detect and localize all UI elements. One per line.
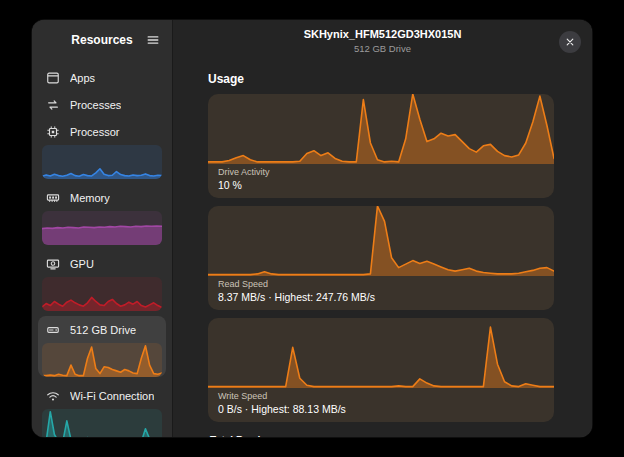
drive-activity-chart <box>208 94 554 164</box>
gpu-usage-sparkline <box>42 277 162 311</box>
drive-activity-card: Drive Activity 10 % <box>208 94 554 198</box>
clipped-next-section: Total Read <box>208 430 554 437</box>
drive-icon <box>45 322 61 338</box>
close-button[interactable] <box>559 31 581 53</box>
gpu-icon <box>45 256 61 272</box>
usage-section-title: Usage <box>208 72 554 86</box>
main-panel: SKHynix_HFM512GD3HX015N 512 GB Drive Usa… <box>173 20 592 437</box>
sidebar-item-memory[interactable]: Memory <box>38 184 166 245</box>
sidebar-item-gpu[interactable]: GPU <box>38 250 166 311</box>
drive-usage-sparkline <box>42 343 162 377</box>
hamburger-menu-icon <box>145 32 161 48</box>
main-menu-button[interactable] <box>141 28 165 52</box>
read-speed-card: Read Speed 8.37 MB/s · Highest: 247.76 M… <box>208 206 554 310</box>
sidebar-nav: Apps Processes Processor <box>32 60 172 437</box>
sidebar: Resources Apps <box>32 20 173 437</box>
sidebar-item-wifi[interactable]: Wi-Fi Connection <box>38 382 166 437</box>
memory-usage-sparkline <box>42 211 162 245</box>
metric-value: 0 B/s · Highest: 88.13 MB/s <box>218 403 544 415</box>
wifi-usage-sparkline <box>42 409 162 437</box>
resources-window: Resources Apps <box>32 20 592 437</box>
sidebar-item-label: Memory <box>70 192 110 204</box>
sidebar-header: Resources <box>32 20 172 60</box>
write-speed-chart <box>208 318 554 388</box>
processor-icon <box>45 124 61 140</box>
metric-value: 8.37 MB/s · Highest: 247.76 MB/s <box>218 291 544 303</box>
drive-activity-meta: Drive Activity 10 % <box>208 164 554 198</box>
clipped-next-label: Total Read <box>210 435 260 437</box>
memory-icon <box>45 190 61 206</box>
title-stack: SKHynix_HFM512GD3HX015N 512 GB Drive <box>304 28 462 55</box>
processor-usage-sparkline <box>42 145 162 179</box>
window-title: SKHynix_HFM512GD3HX015N <box>304 28 462 41</box>
sidebar-item-processes[interactable]: Processes <box>38 91 166 118</box>
metric-name: Write Speed <box>218 391 544 401</box>
sidebar-item-label: Processor <box>70 126 120 138</box>
processes-icon <box>45 97 61 113</box>
sidebar-item-processor[interactable]: Processor <box>38 118 166 179</box>
apps-icon <box>45 70 61 86</box>
metric-name: Read Speed <box>218 279 544 289</box>
metric-value: 10 % <box>218 179 544 191</box>
read-speed-chart <box>208 206 554 276</box>
window-subtitle: 512 GB Drive <box>304 43 462 54</box>
read-speed-meta: Read Speed 8.37 MB/s · Highest: 247.76 M… <box>208 276 554 310</box>
sidebar-item-label: Wi-Fi Connection <box>70 390 154 402</box>
close-icon <box>565 37 575 47</box>
sidebar-item-label: Apps <box>70 72 95 84</box>
wifi-icon <box>45 388 61 404</box>
sidebar-item-label: 512 GB Drive <box>70 324 136 336</box>
metric-name: Drive Activity <box>218 167 544 177</box>
sidebar-item-apps[interactable]: Apps <box>38 64 166 91</box>
drive-usage-panel: Usage Drive Activity 10 % Read Speed 8.3… <box>173 66 592 437</box>
sidebar-title: Resources <box>71 33 132 47</box>
write-speed-meta: Write Speed 0 B/s · Highest: 88.13 MB/s <box>208 388 554 422</box>
write-speed-card: Write Speed 0 B/s · Highest: 88.13 MB/s <box>208 318 554 422</box>
sidebar-item-label: GPU <box>70 258 94 270</box>
sidebar-item-label: Processes <box>70 99 121 111</box>
sidebar-item-drive[interactable]: 512 GB Drive <box>38 316 166 377</box>
header-bar: SKHynix_HFM512GD3HX015N 512 GB Drive <box>173 20 592 66</box>
